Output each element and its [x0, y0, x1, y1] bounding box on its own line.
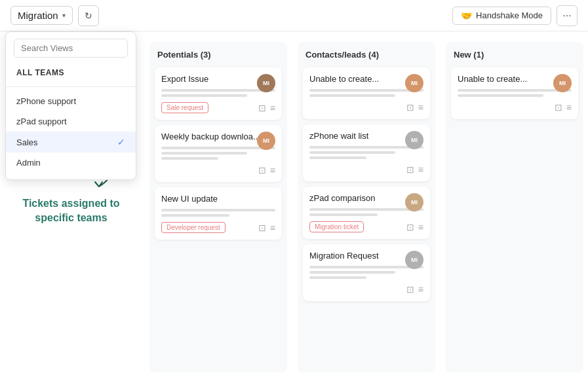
attachment-icon[interactable]: ⊡: [258, 165, 266, 175]
card-icons: ⊡ ≡: [406, 284, 423, 295]
card-lines: [161, 147, 275, 160]
card-line: [161, 147, 275, 149]
card-unable-create-2: MI Unable to create... ⊡ ≡: [451, 67, 578, 119]
avatar: MI: [405, 131, 423, 149]
card-icons: ⊡ ≡: [258, 103, 275, 113]
card-icons: ⊡ ≡: [406, 164, 423, 175]
card-migration-request: MI Migration Request ⊡ ≡: [303, 244, 430, 301]
avatar: MI: [405, 74, 423, 92]
card-unable-create-1: MI Unable to create... ⊡ ≡: [303, 67, 430, 119]
handshake-mode-button[interactable]: 🤝 Handshake Mode: [452, 7, 551, 25]
refresh-button[interactable]: ↻: [78, 5, 99, 26]
migration-title: Migration: [18, 10, 58, 21]
list-icon[interactable]: ≡: [270, 165, 275, 175]
card-footer: Developer request ⊡ ≡: [161, 222, 275, 233]
column-potentials: Potentials (3) MI Export Issue Sale requ…: [149, 42, 287, 373]
refresh-icon: ↻: [85, 10, 92, 21]
dropdown-item-zpad[interactable]: zPad support: [6, 111, 136, 132]
more-options-button[interactable]: ···: [557, 5, 578, 26]
search-views-input[interactable]: [14, 39, 128, 58]
card-line: [161, 214, 229, 217]
card-line: [161, 94, 247, 97]
list-icon[interactable]: ≡: [418, 222, 423, 232]
attachment-icon[interactable]: ⊡: [406, 284, 414, 295]
card-line: [309, 89, 423, 92]
avatar: MI: [257, 132, 275, 150]
card-icons: ⊡ ≡: [555, 102, 572, 113]
card-line: [309, 146, 423, 149]
card-line: [309, 271, 395, 274]
card-zpad-comparison: MI zPad comparison Migration ticket ⊡ ≡: [303, 187, 430, 239]
migration-dropdown-button[interactable]: Migration ▾: [10, 6, 73, 25]
all-teams-label: ALL TEAMS: [6, 63, 136, 82]
card-lines: [309, 146, 423, 159]
card-badge-migration: Migration ticket: [309, 221, 364, 232]
card-line: [309, 266, 423, 268]
card-icons: ⊡ ≡: [258, 223, 275, 233]
header-right: 🤝 Handshake Mode ···: [452, 5, 578, 26]
handshake-icon: 🤝: [461, 10, 472, 21]
annotation-text: Tickets assigned to specific teams: [10, 196, 132, 226]
teams-dropdown: ALL TEAMS zPhone support zPad support Sa…: [5, 31, 136, 180]
attachment-icon[interactable]: ⊡: [406, 102, 414, 113]
card-line: [458, 94, 543, 97]
card-badge-developer: Developer request: [161, 222, 225, 233]
card-icons: ⊡ ≡: [258, 165, 275, 175]
list-icon[interactable]: ≡: [270, 103, 275, 113]
avatar: MI: [405, 251, 423, 269]
card-line: [161, 152, 247, 155]
attachment-icon[interactable]: ⊡: [258, 103, 266, 113]
attachment-icon[interactable]: ⊡: [406, 164, 414, 175]
dropdown-divider: [6, 86, 136, 87]
attachment-icon[interactable]: ⊡: [258, 223, 266, 233]
column-header-potentials: Potentials (3): [155, 50, 282, 60]
list-icon[interactable]: ≡: [418, 284, 423, 295]
card-new-ui: New UI update Developer request ⊡ ≡: [155, 187, 282, 240]
card-title: New UI update: [161, 194, 275, 204]
card-footer: ⊡ ≡: [309, 102, 423, 113]
card-export-issue: MI Export Issue Sale request ⊡ ≡: [155, 67, 282, 120]
card-line: [309, 208, 423, 211]
card-icons: ⊡ ≡: [406, 222, 423, 232]
attachment-icon[interactable]: ⊡: [555, 102, 562, 113]
annotation: Tickets assigned to specific teams: [10, 196, 132, 226]
dropdown-item-admin[interactable]: Admin: [6, 153, 136, 173]
more-icon: ···: [562, 10, 571, 22]
list-icon[interactable]: ≡: [270, 223, 275, 233]
list-icon[interactable]: ≡: [418, 164, 423, 175]
card-lines: [309, 208, 423, 216]
avatar: MI: [257, 74, 275, 92]
card-lines: [309, 89, 423, 97]
dropdown-item-sales[interactable]: Sales ✓: [6, 132, 136, 153]
column-contacts: Contacts/leads (4) MI Unable to create..…: [298, 42, 435, 373]
card-zphone-wait: MI zPhone wait list ⊡ ≡: [303, 124, 430, 181]
attachment-icon[interactable]: ⊡: [406, 222, 414, 232]
column-new: New (1) MI Unable to create... ⊡ ≡: [446, 42, 583, 373]
card-icons: ⊡ ≡: [406, 102, 423, 113]
card-line: [309, 156, 366, 159]
card-line: [309, 94, 395, 97]
card-line: [161, 89, 275, 92]
card-line: [309, 276, 366, 279]
avatar: MI: [553, 74, 572, 92]
card-lines: [309, 266, 423, 279]
check-icon: ✓: [117, 137, 125, 147]
card-footer: ⊡ ≡: [458, 102, 572, 113]
column-header-new: New (1): [451, 50, 578, 60]
card-line: [458, 89, 572, 92]
list-icon[interactable]: ≡: [566, 102, 572, 113]
card-footer: ⊡ ≡: [161, 165, 275, 175]
card-lines: [458, 89, 572, 97]
handshake-label: Handshake Mode: [476, 10, 543, 20]
card-lines: [161, 89, 275, 97]
list-icon[interactable]: ≡: [418, 102, 423, 113]
card-line: [309, 213, 378, 216]
card-weekly-backup: MI Weekly backup downloa... ⊡ ≡: [155, 125, 282, 182]
card-line: [309, 151, 395, 154]
dropdown-item-zphone[interactable]: zPhone support: [6, 91, 136, 111]
app-header: Migration ▾ ↻ 🤝 Handshake Mode ···: [0, 0, 588, 31]
card-footer: ⊡ ≡: [309, 284, 423, 295]
card-footer: Migration ticket ⊡ ≡: [309, 221, 423, 232]
avatar: MI: [405, 193, 423, 211]
card-line: [161, 209, 275, 211]
